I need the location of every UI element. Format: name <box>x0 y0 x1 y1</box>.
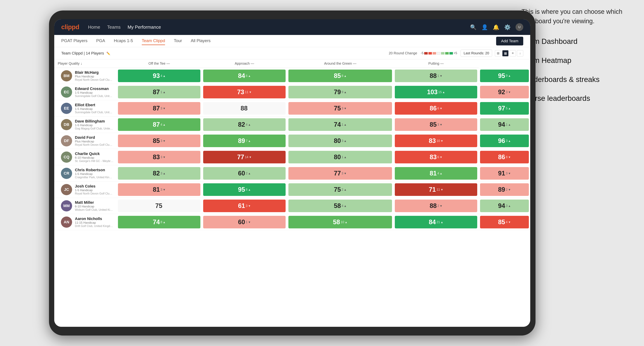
table-row[interactable]: EE Elliot Ebert 1-5 Handicap Sunningdale… <box>54 100 530 117</box>
nav-link-teams[interactable]: Teams <box>107 23 120 31</box>
player-club: Royal North Devon Golf Club, United King… <box>75 143 114 147</box>
player-avatar: CQ <box>61 152 72 163</box>
player-name: Elliot Ebert <box>75 103 114 107</box>
metric-cell: 87 3▼ <box>116 100 202 117</box>
grid-view-button[interactable]: ⊞ <box>495 50 501 56</box>
metric-cell: 80 1▲ <box>287 149 394 165</box>
table-row[interactable]: MM Matt Miller 6-10 Handicap Woburn Golf… <box>54 198 530 214</box>
col-putting[interactable]: Putting — <box>394 59 478 68</box>
metric-cell: 85 3▼ <box>394 117 478 133</box>
player-cell: MM Matt Miller 6-10 Handicap Woburn Golf… <box>54 198 116 214</box>
table-row[interactable]: EC Edward Crossman 1-5 Handicap Sunningd… <box>54 84 530 100</box>
player-handicap: Plus Handicap <box>75 140 114 143</box>
player-info: Matt Miller 6-10 Handicap Woburn Golf Cl… <box>75 200 114 211</box>
table-row[interactable]: AN Aaron Nicholls 11-15 Handicap Drift G… <box>54 214 530 230</box>
player-handicap: 11-15 Handicap <box>75 221 114 224</box>
sub-nav-all-players[interactable]: All Players <box>191 37 210 45</box>
table-header-row: Player Quality ↓ Off the Tee — Approach … <box>54 59 530 68</box>
heatmap-view-button[interactable]: ▦ <box>502 50 508 56</box>
player-info: Charlie Quick 6-10 Handicap St. George's… <box>75 152 114 163</box>
player-club: Royal North Devon Golf Club, United King… <box>75 192 114 195</box>
nav-link-my-performance[interactable]: My Performance <box>128 23 161 31</box>
metric-cell: 86 8▼ <box>478 149 530 165</box>
list-view-button[interactable]: ≡ <box>510 50 516 56</box>
player-avatar: MM <box>61 200 72 211</box>
add-team-button[interactable]: Add Team <box>496 37 523 45</box>
download-button[interactable]: ↓ <box>517 50 523 56</box>
col-approach[interactable]: Approach — <box>202 59 287 68</box>
metric-cell: 58 4▲ <box>287 198 394 214</box>
tablet-frame: clippd Home Teams My Performance 🔍 👤 🔔 ⚙… <box>49 10 536 336</box>
metric-cell: 88 <box>202 100 287 117</box>
heatmap-seg-5 <box>441 52 444 54</box>
last-rounds-button[interactable]: Last Rounds: 20 <box>460 50 492 57</box>
user-icon[interactable]: 👤 <box>482 24 488 30</box>
player-name: David Ford <box>75 135 114 140</box>
metric-cell: 77 3▼ <box>287 165 394 181</box>
metric-cell: 83 6▼ <box>394 149 478 165</box>
metric-cell: 77 14▼ <box>202 149 287 165</box>
metric-cell: 85 3▼ <box>116 133 202 149</box>
nav-link-home[interactable]: Home <box>88 23 100 31</box>
player-info: Elliot Ebert 1-5 Handicap Sunningdale Go… <box>75 103 114 114</box>
metric-cell: 88 1▼ <box>394 68 478 84</box>
metric-cell: 61 3▼ <box>202 198 287 214</box>
nav-logo: clippd <box>61 23 79 31</box>
metric-cell: 83 3▼ <box>116 149 202 165</box>
table-row[interactable]: CR Chris Robertson 1-5 Handicap Craigmil… <box>54 165 530 181</box>
metric-cell: 82 3▲ <box>116 165 202 181</box>
player-info: Aaron Nicholls 11-15 Handicap Drift Golf… <box>75 216 114 228</box>
annotation-area: This is where you can choose which dashb… <box>522 7 640 112</box>
metric-cell: 81 3▼ <box>116 181 202 198</box>
player-info: Chris Robertson 1-5 Handicap Craigmillar… <box>75 168 114 179</box>
player-club: Craigmillar Park, United Kingdom <box>75 176 114 179</box>
player-info: David Ford Plus Handicap Royal North Dev… <box>75 135 114 147</box>
controls-row: Team Clippd | 14 Players ✏️ 20 Round Cha… <box>54 47 530 59</box>
player-name: Edward Crossman <box>75 86 114 91</box>
heatmap-seg-6 <box>445 52 449 54</box>
col-off-tee[interactable]: Off the Tee — <box>116 59 202 68</box>
settings-icon[interactable]: ⚙️ <box>504 24 511 30</box>
search-icon[interactable]: 🔍 <box>470 24 476 30</box>
player-club: Woburn Golf Club, United Kingdom <box>75 208 114 211</box>
sub-nav-tour[interactable]: Tour <box>174 37 182 45</box>
annotation-item-3: Leaderboards & streaks <box>522 74 640 85</box>
table-row[interactable]: BM Blair McHarg Plus Handicap Royal Nort… <box>54 68 530 84</box>
player-info: Dave Billingham 1-5 Handicap Gog Magog G… <box>75 119 114 130</box>
annotation-intro: This is where you can choose which dashb… <box>522 7 640 26</box>
table-row[interactable]: DF David Ford Plus Handicap Royal North … <box>54 133 530 149</box>
sub-nav-hcaps[interactable]: Hcaps 1-5 <box>114 37 133 45</box>
annotation-item-2: Team Heatmap <box>522 55 640 66</box>
player-info: Josh Coles 1-5 Handicap Royal North Devo… <box>75 184 114 195</box>
table-row[interactable]: CQ Charlie Quick 6-10 Handicap St. Georg… <box>54 149 530 165</box>
col-player-quality[interactable]: Player Quality ↓ <box>54 59 116 68</box>
metric-cell: 85 4▼ <box>478 214 530 230</box>
sub-nav-pga[interactable]: PGA <box>96 37 105 45</box>
sub-nav-team-clippd[interactable]: Team Clippd <box>142 37 165 45</box>
player-avatar: CR <box>61 168 72 179</box>
metric-cell: 84 21▲ <box>394 214 478 230</box>
player-cell: EC Edward Crossman 1-5 Handicap Sunningd… <box>54 84 116 100</box>
player-club: Royal North Devon Golf Club, United King… <box>75 78 114 81</box>
player-handicap: 1-5 Handicap <box>75 172 114 176</box>
heatmap-seg-7 <box>450 52 453 54</box>
annotation-item-4: Course leaderboards <box>522 93 640 104</box>
player-handicap: 6-10 Handicap <box>75 156 114 160</box>
metric-cell: 73 11▼ <box>202 84 287 100</box>
avatar[interactable]: U <box>516 23 523 31</box>
player-name: Matt Miller <box>75 200 114 205</box>
metric-cell: 91 3▼ <box>478 165 530 181</box>
team-label: Team Clippd | 14 Players ✏️ <box>61 51 389 56</box>
metric-cell: 74 1▲ <box>287 117 394 133</box>
edit-icon[interactable]: ✏️ <box>106 52 110 55</box>
nav-icons: 🔍 👤 🔔 ⚙️ U <box>470 23 523 31</box>
metric-cell: 71 11▼ <box>394 181 478 198</box>
player-name: Josh Coles <box>75 184 114 188</box>
bell-icon[interactable]: 🔔 <box>493 24 499 30</box>
player-cell: BM Blair McHarg Plus Handicap Royal Nort… <box>54 68 116 84</box>
metric-cell: 75 3▼ <box>287 100 394 117</box>
col-around-green[interactable]: Around the Green — <box>287 59 394 68</box>
table-row[interactable]: DB Dave Billingham 1-5 Handicap Gog Mago… <box>54 117 530 133</box>
table-row[interactable]: JC Josh Coles 1-5 Handicap Royal North D… <box>54 181 530 198</box>
sub-nav-pgat[interactable]: PGAT Players <box>61 37 88 45</box>
